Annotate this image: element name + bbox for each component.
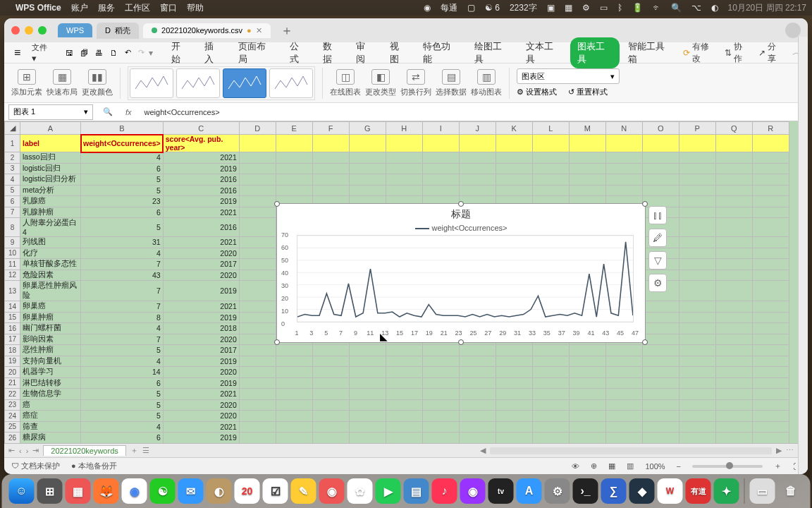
battery-icon[interactable]: 🔋: [632, 3, 643, 13]
table-row[interactable]: 18恶性肿瘤52017: [5, 345, 789, 356]
dock-music[interactable]: ♪: [432, 478, 457, 504]
select-all-corner[interactable]: ◢: [5, 122, 20, 135]
tab-file-csv[interactable]: 20221020keywords.csv ● ✕: [143, 23, 271, 38]
dock-tv[interactable]: tv: [488, 478, 514, 504]
siri-icon[interactable]: ◐: [711, 3, 718, 13]
online-chart-button[interactable]: ◫在线图表: [330, 69, 361, 97]
dock-finder[interactable]: ☺: [9, 478, 35, 504]
qat-more-icon[interactable]: ▾: [149, 48, 153, 58]
view-page-icon[interactable]: ▥: [627, 461, 634, 471]
status-doc-icon[interactable]: ▢: [467, 3, 475, 13]
chart-plot-area[interactable]: [297, 235, 634, 322]
eye-icon[interactable]: 👁: [572, 462, 579, 471]
zoom-out-button[interactable]: −: [677, 462, 681, 471]
status-datetime[interactable]: 10月20日 周四 22:17: [728, 2, 806, 14]
dock-calendar[interactable]: 20: [235, 478, 260, 504]
dock-notes[interactable]: ✎: [291, 478, 316, 504]
menu-service[interactable]: 服务: [98, 2, 115, 14]
sheet-list-button[interactable]: ☰: [142, 446, 149, 455]
table-row[interactable]: 5meta分析52016: [5, 185, 789, 196]
name-box[interactable]: 图表 1▾: [8, 104, 93, 120]
table-row[interactable]: 23癌52020: [5, 399, 789, 411]
chart-style-icon[interactable]: 🖉: [648, 229, 667, 247]
collab-button[interactable]: ⇅协作: [725, 41, 750, 65]
dock-mail[interactable]: ✉: [178, 478, 204, 504]
resize-handle[interactable]: [458, 201, 464, 207]
save-as-icon[interactable]: 🗐: [78, 49, 91, 57]
switch-rowcol-button[interactable]: ⇄切换行列: [400, 69, 431, 97]
dock-settings[interactable]: ⚙: [545, 478, 570, 504]
change-type-button[interactable]: ◧更改类型: [365, 69, 396, 97]
col-header-A[interactable]: A: [20, 122, 81, 135]
resize-handle[interactable]: [458, 339, 464, 345]
user-avatar[interactable]: [785, 23, 801, 38]
zoom-slider[interactable]: [692, 465, 763, 468]
status-rec-icon[interactable]: ◉: [424, 3, 431, 13]
maximize-button[interactable]: [38, 26, 47, 35]
close-button[interactable]: [11, 26, 20, 35]
dock-photos[interactable]: ✿: [347, 478, 373, 504]
chart-filter-icon[interactable]: ▽: [648, 251, 667, 270]
tab-close-icon[interactable]: ✕: [256, 26, 262, 35]
resize-handle[interactable]: [642, 201, 648, 207]
chart-legend[interactable]: weight<Occurrences>: [277, 221, 645, 235]
zoom-in-button[interactable]: ＋: [774, 461, 782, 471]
set-format-button[interactable]: ⚙ 设置格式: [517, 87, 557, 97]
dock-trash[interactable]: 🗑: [778, 478, 804, 504]
menu-help[interactable]: 帮助: [187, 2, 204, 14]
controlcenter-icon[interactable]: ⌥: [691, 3, 701, 13]
add-tab-button[interactable]: ＋: [275, 22, 299, 39]
status-cam-icon[interactable]: ▣: [547, 3, 555, 13]
table-header-row[interactable]: 1 label weight<Occurrences> score<Avg. p…: [5, 135, 789, 152]
chart-style-2[interactable]: [176, 68, 220, 98]
center-icon[interactable]: ⊕: [591, 461, 597, 471]
redo-icon[interactable]: ↷: [135, 48, 147, 57]
hamburger-button[interactable]: ≡: [11, 47, 23, 59]
change-color-button[interactable]: ▮▮更改颜色: [82, 69, 113, 97]
status-display-icon[interactable]: ▭: [600, 3, 608, 13]
dock-photobooth[interactable]: ◉: [319, 478, 345, 504]
embedded-chart[interactable]: 标题 weight<Occurrences> ◣ 010203040506070…: [276, 203, 646, 343]
column-headers[interactable]: ◢ A B C D E F G H I J K L M N O P: [5, 122, 789, 135]
bluetooth-icon[interactable]: ᛒ: [617, 3, 622, 13]
sheet-nav-next[interactable]: ›: [26, 447, 29, 455]
zoom-value[interactable]: 100%: [645, 462, 665, 471]
table-row[interactable]: 25筛查42021: [5, 421, 789, 433]
col-header-C[interactable]: C: [163, 122, 239, 135]
dock-app-red[interactable]: 有道: [686, 478, 711, 504]
table-row[interactable]: 21淋巴结转移62019: [5, 377, 789, 389]
fx-icon[interactable]: fx: [118, 108, 139, 116]
status-chars[interactable]: 2232字: [510, 2, 537, 14]
quick-layout-button[interactable]: ▦快速布局: [47, 69, 78, 97]
zoom-formula-icon[interactable]: 🔍: [97, 107, 118, 116]
add-element-button[interactable]: ⊞添加元素: [11, 69, 42, 97]
hscrollbar[interactable]: [490, 447, 772, 454]
table-row[interactable]: 26糖尿病62019: [5, 433, 789, 444]
minimize-button[interactable]: [25, 26, 33, 35]
dock-contacts[interactable]: ◐: [207, 478, 232, 504]
chart-style-1[interactable]: [130, 68, 173, 98]
dock-facetime[interactable]: ▶: [376, 478, 401, 504]
table-row[interactable]: 20机器学习142020: [5, 367, 789, 378]
chart-elements-icon[interactable]: ⫿⫿: [648, 206, 667, 224]
print-preview-icon[interactable]: 🗋: [107, 49, 121, 57]
status-screen-icon[interactable]: ▦: [565, 3, 572, 13]
undo-icon[interactable]: ↶: [122, 48, 134, 57]
sheet-tab-active[interactable]: 20221020keywords: [43, 445, 125, 456]
hscroll-left[interactable]: ◀: [480, 446, 486, 455]
dock-app-dark[interactable]: ◆: [629, 478, 655, 504]
dock-preview[interactable]: ▤: [404, 478, 429, 504]
dock-downloads[interactable]: ▭: [750, 478, 775, 504]
dock-reminders[interactable]: ☑: [263, 478, 288, 504]
table-row[interactable]: 22生物信息学52021: [5, 389, 789, 400]
dock-firefox[interactable]: 🦊: [94, 478, 119, 504]
col-header-B[interactable]: B: [81, 122, 164, 135]
tab-wps-home[interactable]: WPS: [58, 23, 92, 37]
spotlight-icon[interactable]: 🔍: [671, 3, 682, 13]
app-name[interactable]: WPS Office: [16, 3, 61, 13]
table-row[interactable]: 3logistic回归62019: [5, 163, 789, 174]
resize-handle[interactable]: [274, 339, 280, 345]
dock-appstore[interactable]: A: [517, 478, 542, 504]
save-icon[interactable]: 🖫: [63, 49, 76, 57]
select-data-button[interactable]: ▤选择数据: [436, 69, 467, 97]
